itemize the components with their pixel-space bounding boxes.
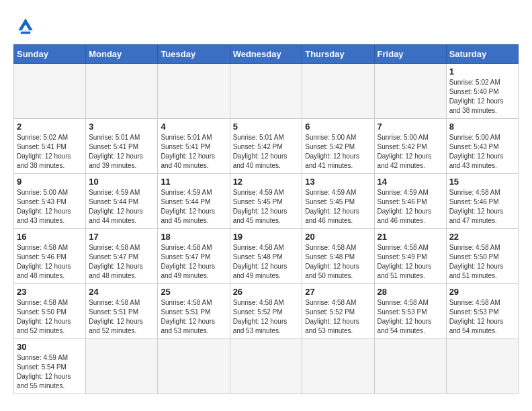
day-info: Sunrise: 4:58 AM Sunset: 5:48 PM Dayligh… bbox=[233, 243, 300, 281]
day-number: 19 bbox=[233, 232, 300, 242]
day-number: 24 bbox=[89, 287, 154, 297]
calendar-day-cell: 15Sunrise: 4:58 AM Sunset: 5:46 PM Dayli… bbox=[446, 174, 518, 229]
day-number: 20 bbox=[305, 232, 371, 242]
day-number: 6 bbox=[305, 122, 371, 132]
calendar-day-cell: 5Sunrise: 5:01 AM Sunset: 5:42 PM Daylig… bbox=[230, 119, 302, 174]
calendar-day-cell: 16Sunrise: 4:58 AM Sunset: 5:46 PM Dayli… bbox=[14, 229, 86, 284]
day-info: Sunrise: 4:58 AM Sunset: 5:52 PM Dayligh… bbox=[305, 298, 371, 336]
day-info: Sunrise: 5:01 AM Sunset: 5:42 PM Dayligh… bbox=[233, 133, 300, 171]
day-number: 4 bbox=[161, 122, 226, 132]
day-number: 30 bbox=[17, 342, 83, 352]
day-info: Sunrise: 4:59 AM Sunset: 5:46 PM Dayligh… bbox=[378, 188, 443, 226]
calendar-day-cell bbox=[374, 64, 446, 119]
calendar-day-cell: 7Sunrise: 5:00 AM Sunset: 5:42 PM Daylig… bbox=[374, 119, 446, 174]
day-info: Sunrise: 4:58 AM Sunset: 5:47 PM Dayligh… bbox=[89, 243, 154, 281]
calendar-day-cell bbox=[446, 339, 518, 394]
calendar-day-cell: 4Sunrise: 5:01 AM Sunset: 5:41 PM Daylig… bbox=[158, 119, 230, 174]
day-info: Sunrise: 5:00 AM Sunset: 5:42 PM Dayligh… bbox=[305, 133, 371, 171]
calendar-day-cell: 14Sunrise: 4:59 AM Sunset: 5:46 PM Dayli… bbox=[374, 174, 446, 229]
calendar-day-cell: 24Sunrise: 4:58 AM Sunset: 5:51 PM Dayli… bbox=[86, 284, 158, 339]
calendar-week-row: 9Sunrise: 5:00 AM Sunset: 5:43 PM Daylig… bbox=[14, 174, 519, 229]
calendar-day-cell: 29Sunrise: 4:58 AM Sunset: 5:53 PM Dayli… bbox=[446, 284, 518, 339]
day-info: Sunrise: 5:01 AM Sunset: 5:41 PM Dayligh… bbox=[161, 133, 226, 171]
calendar-day-cell: 22Sunrise: 4:58 AM Sunset: 5:50 PM Dayli… bbox=[446, 229, 518, 284]
calendar-day-cell bbox=[302, 339, 374, 394]
day-number: 7 bbox=[378, 122, 443, 132]
day-info: Sunrise: 4:58 AM Sunset: 5:50 PM Dayligh… bbox=[449, 243, 515, 281]
day-of-week-header: Monday bbox=[86, 45, 158, 64]
calendar-day-cell bbox=[86, 339, 158, 394]
calendar-header-row: SundayMondayTuesdayWednesdayThursdayFrid… bbox=[14, 45, 519, 64]
calendar-day-cell: 25Sunrise: 4:58 AM Sunset: 5:51 PM Dayli… bbox=[158, 284, 230, 339]
day-of-week-header: Thursday bbox=[302, 45, 374, 64]
calendar-day-cell: 10Sunrise: 4:59 AM Sunset: 5:44 PM Dayli… bbox=[86, 174, 158, 229]
calendar-day-cell bbox=[230, 64, 302, 119]
day-info: Sunrise: 4:58 AM Sunset: 5:53 PM Dayligh… bbox=[449, 298, 515, 336]
calendar-table: SundayMondayTuesdayWednesdayThursdayFrid… bbox=[13, 44, 519, 394]
calendar-day-cell: 21Sunrise: 4:58 AM Sunset: 5:49 PM Dayli… bbox=[374, 229, 446, 284]
day-number: 9 bbox=[17, 177, 83, 187]
calendar-day-cell bbox=[374, 339, 446, 394]
calendar-day-cell: 23Sunrise: 4:58 AM Sunset: 5:50 PM Dayli… bbox=[14, 284, 86, 339]
day-number: 14 bbox=[378, 177, 443, 187]
calendar-day-cell bbox=[230, 339, 302, 394]
calendar-day-cell bbox=[86, 64, 158, 119]
day-number: 16 bbox=[17, 232, 83, 242]
day-info: Sunrise: 4:58 AM Sunset: 5:49 PM Dayligh… bbox=[378, 243, 443, 281]
calendar-day-cell bbox=[302, 64, 374, 119]
day-info: Sunrise: 4:58 AM Sunset: 5:50 PM Dayligh… bbox=[17, 298, 83, 336]
calendar-day-cell: 8Sunrise: 5:00 AM Sunset: 5:43 PM Daylig… bbox=[446, 119, 518, 174]
calendar-day-cell: 3Sunrise: 5:01 AM Sunset: 5:41 PM Daylig… bbox=[86, 119, 158, 174]
calendar-day-cell: 26Sunrise: 4:58 AM Sunset: 5:52 PM Dayli… bbox=[230, 284, 302, 339]
day-info: Sunrise: 4:59 AM Sunset: 5:44 PM Dayligh… bbox=[89, 188, 154, 226]
day-of-week-header: Wednesday bbox=[230, 45, 302, 64]
day-number: 2 bbox=[17, 122, 83, 132]
day-number: 27 bbox=[305, 287, 371, 297]
day-info: Sunrise: 4:59 AM Sunset: 5:45 PM Dayligh… bbox=[233, 188, 300, 226]
calendar-day-cell: 28Sunrise: 4:58 AM Sunset: 5:53 PM Dayli… bbox=[374, 284, 446, 339]
day-info: Sunrise: 5:02 AM Sunset: 5:41 PM Dayligh… bbox=[17, 133, 83, 171]
calendar-day-cell: 1Sunrise: 5:02 AM Sunset: 5:40 PM Daylig… bbox=[446, 64, 518, 119]
day-info: Sunrise: 4:58 AM Sunset: 5:46 PM Dayligh… bbox=[17, 243, 83, 281]
day-number: 13 bbox=[305, 177, 371, 187]
calendar-day-cell: 6Sunrise: 5:00 AM Sunset: 5:42 PM Daylig… bbox=[302, 119, 374, 174]
logo bbox=[13, 13, 40, 38]
day-number: 1 bbox=[449, 66, 515, 77]
logo-icon bbox=[13, 13, 38, 38]
day-number: 15 bbox=[449, 177, 515, 187]
day-info: Sunrise: 4:58 AM Sunset: 5:48 PM Dayligh… bbox=[305, 243, 371, 281]
day-info: Sunrise: 4:58 AM Sunset: 5:47 PM Dayligh… bbox=[161, 243, 226, 281]
calendar-day-cell: 12Sunrise: 4:59 AM Sunset: 5:45 PM Dayli… bbox=[230, 174, 302, 229]
calendar-week-row: 23Sunrise: 4:58 AM Sunset: 5:50 PM Dayli… bbox=[14, 284, 519, 339]
calendar-day-cell: 19Sunrise: 4:58 AM Sunset: 5:48 PM Dayli… bbox=[230, 229, 302, 284]
day-info: Sunrise: 4:58 AM Sunset: 5:46 PM Dayligh… bbox=[449, 188, 515, 226]
day-info: Sunrise: 4:59 AM Sunset: 5:54 PM Dayligh… bbox=[17, 353, 83, 391]
day-number: 3 bbox=[89, 122, 154, 132]
day-number: 22 bbox=[449, 232, 515, 242]
day-info: Sunrise: 4:58 AM Sunset: 5:51 PM Dayligh… bbox=[89, 298, 154, 336]
day-info: Sunrise: 4:59 AM Sunset: 5:44 PM Dayligh… bbox=[161, 188, 226, 226]
day-of-week-header: Friday bbox=[374, 45, 446, 64]
day-number: 17 bbox=[89, 232, 154, 242]
day-info: Sunrise: 4:58 AM Sunset: 5:51 PM Dayligh… bbox=[161, 298, 226, 336]
day-number: 11 bbox=[161, 177, 226, 187]
day-number: 18 bbox=[161, 232, 226, 242]
day-number: 25 bbox=[161, 287, 226, 297]
calendar-day-cell: 20Sunrise: 4:58 AM Sunset: 5:48 PM Dayli… bbox=[302, 229, 374, 284]
day-info: Sunrise: 5:00 AM Sunset: 5:43 PM Dayligh… bbox=[17, 188, 83, 226]
calendar-week-row: 16Sunrise: 4:58 AM Sunset: 5:46 PM Dayli… bbox=[14, 229, 519, 284]
calendar-day-cell: 30Sunrise: 4:59 AM Sunset: 5:54 PM Dayli… bbox=[14, 339, 86, 394]
calendar-day-cell: 13Sunrise: 4:59 AM Sunset: 5:45 PM Dayli… bbox=[302, 174, 374, 229]
page-header bbox=[13, 13, 519, 38]
day-number: 28 bbox=[378, 287, 443, 297]
calendar-week-row: 2Sunrise: 5:02 AM Sunset: 5:41 PM Daylig… bbox=[14, 119, 519, 174]
day-info: Sunrise: 5:00 AM Sunset: 5:43 PM Dayligh… bbox=[449, 133, 515, 171]
day-of-week-header: Sunday bbox=[14, 45, 86, 64]
day-of-week-header: Tuesday bbox=[158, 45, 230, 64]
day-number: 21 bbox=[378, 232, 443, 242]
day-info: Sunrise: 5:01 AM Sunset: 5:41 PM Dayligh… bbox=[89, 133, 154, 171]
day-number: 5 bbox=[233, 122, 300, 132]
day-info: Sunrise: 4:58 AM Sunset: 5:53 PM Dayligh… bbox=[378, 298, 443, 336]
day-info: Sunrise: 5:00 AM Sunset: 5:42 PM Dayligh… bbox=[378, 133, 443, 171]
day-number: 8 bbox=[449, 122, 515, 132]
